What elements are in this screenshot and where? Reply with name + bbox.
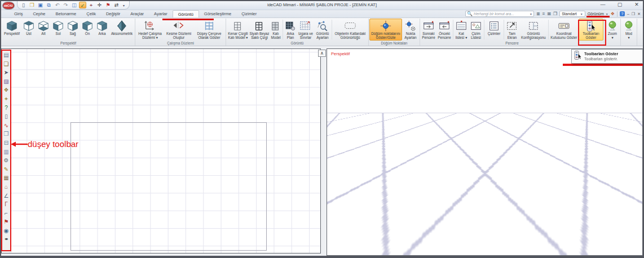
ribbon-button-izgara-ve[interactable]: Izgara veSınırlar [297,19,314,41]
toolbox-icon[interactable]: ❖ [611,11,615,16]
camera-icon[interactable]: ◉ [3,227,10,234]
tab-araçlar[interactable]: Araçlar [125,10,149,17]
section-curve-icon[interactable]: ∿ [3,122,10,129]
stamp-icon[interactable]: ✦ [3,95,10,103]
ribbon-button-zoom[interactable]: Zoom▾ [605,19,620,41]
ribbon-button-kenar-çizgili[interactable]: Kenar ÇizgiliKatı Model ▾ [227,19,249,41]
ribbon-button-sağ[interactable]: Sağ [65,19,80,41]
ribbon-button-düşey-çerçeve[interactable]: Düşey ÇerçeveOlarak Göster [193,19,225,41]
close-button[interactable]: ✕ [633,2,641,7]
gears-icon[interactable]: ⚙ [3,157,10,164]
ribbon-button-arka[interactable]: ArkaPlan [284,19,297,41]
beam-icon[interactable]: ⌐ [3,210,10,217]
chevron-down-icon: ▼ [606,12,608,16]
tab-ayarlar[interactable]: Ayarlar [149,10,173,17]
copy-objects-icon[interactable]: ❏ [3,60,10,68]
ribbon-button-çizimler[interactable]: Çizimler [485,19,503,41]
ribbon-button-ön[interactable]: Ön [80,19,95,41]
ribbon-button-katı[interactable]: KatıModel [270,19,282,41]
next-window-icon [421,20,436,32]
vertical-toolbar: ▤❏➤▨❖✦?▯∿❐⊟▥⚙✎▦⌂∠Γ⌐⚑◉⚭ [2,50,11,252]
mdi-restore-button[interactable]: ❐ [632,12,635,16]
tab-değiştir[interactable]: Değiştir [101,10,125,17]
standart-combo[interactable]: Standart ▼ [559,11,585,17]
tab-betonarme[interactable]: Betonarme [51,10,82,17]
wall-icon[interactable]: ▦ [3,174,10,181]
tab-cephe[interactable]: Cephe [28,10,50,17]
slope-icon[interactable]: ∠ [3,192,10,199]
ribbon-button-objelerin-katlardaki[interactable]: Objelerin KatlardakiGörünürlüğü [333,19,368,41]
drawing-tools-icon[interactable]: ✎ [3,166,10,173]
tab-çizimler[interactable]: Çizimler [236,10,262,17]
view-config-icon [526,20,541,32]
command-search-input[interactable]: 🔍 Herhangi bir komut ara... ▼ [465,11,534,17]
command-search-placeholder: Herhangi bir komut ara... [474,12,528,16]
tooltip: Toolbarları Göster Toolbarları gösterir. [571,49,643,64]
ribbon-button-label: Sağ [69,32,76,36]
perspective-view-3d[interactable]: Perspektif [327,48,643,256]
ribbon-button-arka[interactable]: Arka [95,19,109,41]
library-icon[interactable]: ❖ [3,86,10,94]
image-tool-icon[interactable]: ▨ [3,78,10,85]
ribbon-button-kat[interactable]: Katlistesi ▾ [454,19,469,41]
roof-icon[interactable]: ⌂ [3,183,10,190]
binoculars-icon[interactable]: ⚭ [3,235,10,243]
ribbon-button-çizim[interactable]: ÇizimListesi [469,19,483,41]
cube-front-icon [80,20,95,32]
ribbon-button-düğüm-noktalarını[interactable]: Düğüm noktalarınıGöster/Gizle [369,19,402,41]
ribbon-button-tam[interactable]: TamEkran [505,19,519,41]
ribbon-group-label: Düğüm Noktaları [369,41,419,46]
node-toggle-icon [378,20,393,32]
maximize-button[interactable]: ▢ [616,2,624,7]
pages-icon[interactable]: ▥ [3,148,10,155]
ribbon-button-sol[interactable]: Sol [51,19,65,41]
tile-windows-icon[interactable]: ≡ [542,11,545,16]
ribbon-button-önceki[interactable]: ÖncekiPencere [436,19,452,41]
tab-görüntü[interactable]: Görüntü [173,10,199,17]
ribbon-button-sonraki[interactable]: SonrakiPencere [421,19,436,41]
ribbon-button-üst[interactable]: Üst [21,19,36,41]
ribbon-button-toolbarları[interactable]: ToolbarlarıGöster [579,19,603,41]
ribbon-group-label: Perspektif [2,41,134,46]
cascade-windows-icon[interactable]: ≣ [536,11,540,16]
notebook-icon[interactable]: ▯ [3,113,10,120]
tab-görselleştirme[interactable]: Görselleştirme [199,10,236,17]
mdi-minimize-button[interactable]: – [627,12,629,16]
ribbon-button-koordinat[interactable]: KoordinatKutusunu Göster [549,19,579,41]
ribbon-button-kesme-düzlemi[interactable]: Kesme DüzlemiOluştur [164,19,193,41]
help-icon[interactable]: ? [620,11,625,16]
cube-bottom-icon [36,20,51,32]
title-bar: ideCAD ▯❒▣⧉↶↷◫✓⌖✛⚑⇄▾ ideCAD Mimari - MİM… [1,1,643,10]
ribbon-button-nokta[interactable]: NoktaAyarları [402,19,419,41]
plan-view-2d[interactable]: ▤❏➤▨❖✦?▯∿❐⊟▥⚙✎▦⌂∠Γ⌐⚑◉⚭ düşey toolbar [1,48,321,253]
select-tool-icon[interactable]: ➤ [3,69,10,76]
flag-icon[interactable]: ⚑ [3,218,10,225]
gorunum-dropdown[interactable]: Görünüm ▼ [588,12,608,16]
ribbon-button-alt[interactable]: Alt [36,19,51,41]
tab-çelik[interactable]: Çelik [81,10,101,17]
paste-icon[interactable]: ⊟ [3,139,10,146]
export-window-icon[interactable]: ❐ [553,11,557,16]
copy-icon[interactable]: ❐ [3,130,10,137]
ribbon-button-mod[interactable]: Mod▾ [621,19,636,41]
ribbon-button-görüntü[interactable]: GörüntüKonfigürasyonu [519,19,548,41]
ribbon-button-perspektif[interactable]: Perspektif [2,19,21,41]
ribbon-button-hedef-çalışma[interactable]: Hedef ÇalışmaDüzlemi ▾ [136,19,164,41]
annotation-text: düşey toolbar [28,139,78,149]
column-icon[interactable]: Γ [3,201,10,208]
ribbon-button-görüntü[interactable]: GörüntüAyarları [314,19,331,41]
mdi-close-button[interactable]: ✕ [637,12,641,16]
divider [548,20,549,39]
tab-giriş[interactable]: Giriş [9,10,28,17]
minimize-button[interactable]: — [599,2,607,7]
tooltip-description: Toolbarları gösterir. [584,57,618,61]
tooltip-title: Toolbarları Göster [584,52,618,56]
ribbon-button-aksonometrik[interactable]: Aksonometrik [109,19,134,41]
ribbon-button-siyah-beyaz[interactable]: Siyah BeyazSaklı Çizgi [249,19,270,41]
pane-collapse-button[interactable]: ∧ [318,50,326,57]
standart-combo-value: Standart [562,12,576,16]
close-window-icon[interactable]: ⊠ [547,11,551,16]
help-tool-icon[interactable]: ? [3,104,10,112]
ribbon-button-label: Göster [586,36,597,40]
form-tool-icon[interactable]: ▤ [3,51,10,59]
